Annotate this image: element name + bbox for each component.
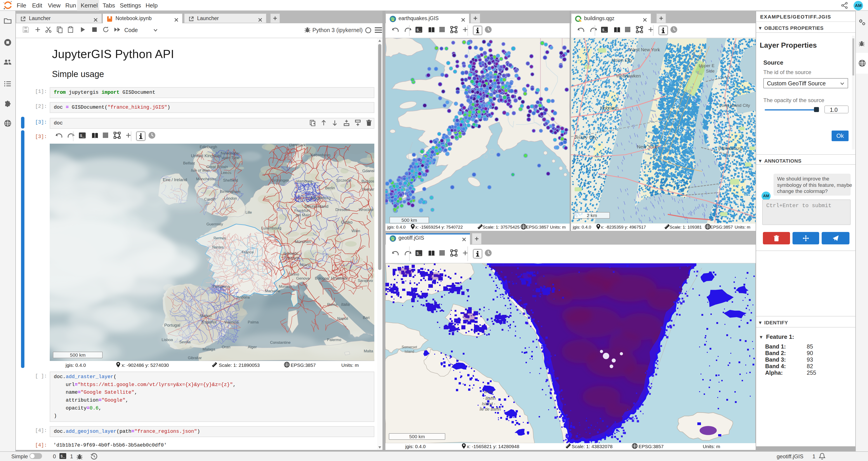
svg-text:Milano: Milano: [300, 263, 311, 267]
svg-text:Genova: Genova: [296, 276, 310, 281]
svg-text:Valencia: Valencia: [224, 320, 239, 324]
svg-text:Hamburg: Hamburg: [296, 179, 312, 184]
svg-text:$_: $_: [602, 28, 607, 32]
svg-text:Lisboa: Lisboa: [162, 338, 173, 342]
svg-text:West New York: West New York: [629, 47, 660, 52]
svg-text:Leeds: Leeds: [221, 170, 231, 175]
svg-text:Schweiz/: Schweiz/: [283, 252, 298, 256]
svg-text:Gibraltar: Gibraltar: [188, 356, 202, 360]
svg-text:France: France: [242, 250, 254, 254]
svg-text:Danmark: Danmark: [289, 144, 306, 147]
svg-text:Portugal: Portugal: [164, 323, 180, 328]
svg-text:Hoboken: Hoboken: [600, 105, 618, 110]
svg-text:Manchester: Manchester: [196, 177, 216, 181]
svg-text:Nantes: Nantes: [212, 245, 224, 249]
svg-text:España: España: [202, 320, 216, 324]
svg-text:Andorra: Andorra: [237, 295, 250, 299]
svg-text:Bologna: Bologna: [315, 276, 329, 281]
svg-text:Palermo: Palermo: [327, 338, 341, 342]
svg-text:Guernsey: Guernsey: [206, 222, 223, 226]
svg-text:- Baffin: - Baffin: [483, 396, 496, 401]
svg-text:500 km: 500 km: [409, 434, 425, 439]
svg-text:Birmingham: Birmingham: [220, 190, 241, 194]
svg-text:2 km: 2 km: [587, 213, 597, 218]
svg-text:Monaco: Monaco: [279, 285, 292, 289]
svg-text:$_: $_: [416, 251, 421, 256]
svg-text:Bydgoszcz: Bydgoszcz: [362, 179, 374, 184]
svg-text:Side: Side: [706, 69, 715, 73]
svg-text:Wroclaw: Wroclaw: [359, 207, 374, 212]
svg-text:Sevilla: Sevilla: [179, 340, 191, 344]
svg-text:Lille: Lille: [246, 210, 252, 215]
svg-text:Malaga: Malaga: [203, 347, 215, 352]
svg-text:Williamsburg: Williamsburg: [718, 146, 743, 151]
svg-text:Oran: Oran: [222, 345, 230, 349]
svg-text:København: København: [311, 153, 331, 157]
svg-text:Île de Baffin: Île de Baffin: [479, 407, 501, 411]
svg-text:Sheffield: Sheffield: [223, 178, 238, 183]
svg-text:Napoli: Napoli: [337, 317, 348, 321]
svg-text:$_: $_: [80, 134, 85, 138]
svg-text:Pamplona: Pamplona: [213, 284, 230, 289]
svg-text:Alger: Alger: [248, 345, 257, 349]
svg-text:500 km: 500 km: [70, 352, 86, 358]
svg-text:Berlin: Berlin: [325, 186, 335, 190]
svg-text:New York: New York: [637, 144, 657, 149]
svg-text:Bari: Bari: [363, 316, 370, 320]
svg-text:Constantine: Constantine: [270, 340, 291, 345]
svg-text:Jersey City: Jersey City: [575, 135, 597, 140]
svg-text:Luxembourg: Luxembourg: [261, 226, 281, 230]
svg-text:500 km: 500 km: [401, 218, 417, 223]
svg-text:Italia: Italia: [341, 302, 350, 307]
svg-text:London: London: [224, 196, 237, 201]
svg-text:Newcastle: Newcastle: [221, 151, 239, 155]
svg-text:Dresden: Dresden: [336, 207, 350, 212]
svg-text:$_: $_: [416, 28, 421, 32]
svg-text:Island: Island: [405, 350, 414, 354]
svg-text:Union City: Union City: [612, 58, 632, 63]
svg-text:Poznan: Poznan: [362, 187, 374, 192]
svg-text:United Kingdom: United Kingdom: [191, 153, 221, 158]
svg-text:Isle of Man: Isle of Man: [191, 168, 210, 172]
svg-text:Sarajevo: Sarajevo: [358, 278, 373, 283]
svg-text:Szczecin: Szczecin: [336, 178, 351, 183]
svg-text:Malta: Malta: [364, 349, 373, 353]
svg-text:Madrid: Madrid: [200, 314, 212, 318]
svg-text:Palma: Palma: [248, 320, 259, 324]
svg-text:Wien: Wien: [351, 229, 360, 233]
svg-text:Long Island City: Long Island City: [719, 103, 750, 108]
svg-text:am Main: am Main: [296, 213, 310, 217]
svg-text:ᐃᐱᑭᐃ: ᐃᐱᑭᐃ: [484, 390, 493, 394]
svg-text:Magdeburg: Magdeburg: [311, 196, 331, 200]
svg-text:Deutschland: Deutschland: [305, 204, 329, 209]
svg-text:Roma: Roma: [327, 302, 338, 307]
svg-text:$_: $_: [61, 454, 65, 459]
svg-text:Groningen: Groningen: [271, 178, 289, 183]
svg-text:Gdansk: Gdansk: [362, 169, 374, 173]
svg-text:München: München: [295, 240, 311, 244]
svg-text:Weehawken: Weehawken: [616, 73, 641, 78]
svg-text:Hrvatska: Hrvatska: [331, 276, 347, 281]
svg-text:Marseille: Marseille: [265, 289, 280, 293]
svg-text:Somerset: Somerset: [402, 345, 417, 349]
svg-text:Cesko: Cesko: [341, 220, 352, 225]
svg-text:upon Tyne: upon Tyne: [221, 156, 239, 160]
svg-text:Edinburgh: Edinburgh: [199, 145, 217, 149]
svg-text:Cardiff: Cardiff: [204, 197, 215, 201]
svg-text:Eire / Ireland: Eire / Ireland: [163, 177, 187, 182]
svg-text:Belfast: Belfast: [183, 161, 195, 165]
svg-text:Upper E: Upper E: [699, 63, 715, 68]
svg-text:Torino: Torino: [289, 272, 299, 276]
svg-text:Svizzera: Svizzera: [285, 256, 299, 260]
svg-text:Rennes: Rennes: [213, 236, 226, 240]
svg-text:Frankfurt: Frankfurt: [294, 208, 310, 213]
svg-text:Island -: Island -: [482, 402, 495, 406]
